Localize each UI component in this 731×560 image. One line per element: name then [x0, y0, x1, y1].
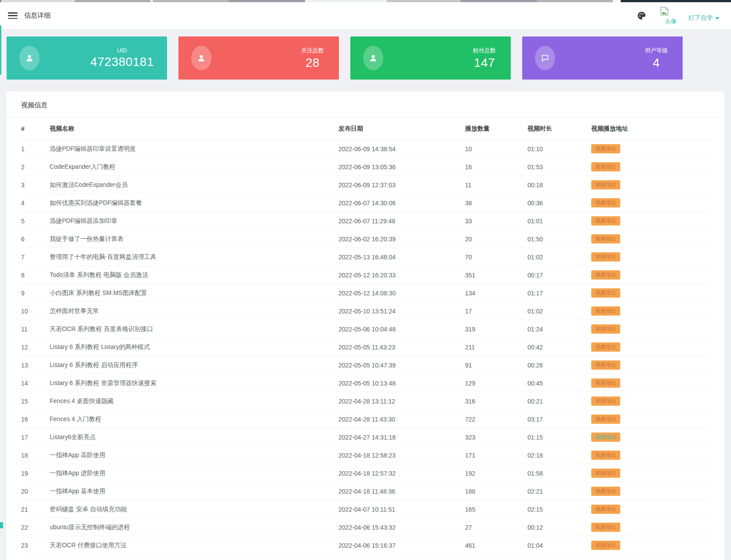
video-url-button[interactable]: 视频地址 — [591, 198, 620, 207]
table-row: 4 如何优惠买到迅捷PDF编辑器套餐 2022-06-07 14:30:06 3… — [21, 194, 710, 212]
publish-date: 2022-06-07 14:30:06 — [338, 194, 465, 212]
play-count: 27 — [465, 518, 527, 536]
video-url-cell: 视频地址 — [591, 428, 710, 446]
play-count: 188 — [465, 482, 527, 500]
video-url-cell: 视频地址 — [591, 230, 710, 248]
video-url-button[interactable]: 视频地址 — [591, 252, 620, 262]
video-duration: 00:36 — [527, 194, 591, 212]
row-index: 11 — [21, 320, 50, 338]
publish-date: 2022-05-06 10:04:48 — [338, 320, 465, 338]
video-name: 天若OCR 系列教程 百度表格识别接口 — [50, 320, 338, 338]
video-url-button[interactable]: 视频地址 — [591, 487, 620, 496]
video-name: ubuntu显示无控制终端的进程 — [50, 518, 338, 536]
video-name: Listary 6 系列教程 启动应用程序 — [50, 356, 338, 374]
video-url-button[interactable]: 视频地址 — [591, 541, 620, 550]
publish-date: 2022-06-09 12:37:03 — [338, 176, 465, 194]
play-count: 211 — [465, 338, 527, 356]
publish-date: 2022-04-28 11:43:30 — [338, 410, 465, 428]
stat-card-value: 4 — [643, 56, 669, 70]
video-url-button[interactable]: 视频地址 — [591, 342, 620, 352]
video-url-cell: 视频地址 — [591, 374, 710, 392]
video-duration: 00:12 — [527, 518, 591, 536]
video-duration: 02:21 — [527, 482, 591, 500]
video-name: 一指禅App 进阶使用 — [50, 464, 338, 482]
table-row: 20 一指禅App 基本使用 2022-04-18 11:48:36 188 0… — [21, 482, 710, 500]
video-url-button[interactable]: 视频地址 — [591, 288, 620, 298]
play-count: 16 — [465, 158, 527, 176]
table-row: 18 一指禅App 高阶使用 2022-04-18 12:58:23 171 0… — [21, 446, 710, 464]
table-row: 21 密码键盘 安卓 自动填充功能 2022-04-07 10:11:51 16… — [21, 500, 710, 518]
table-row: 7 整理用了十年的电脑-百度网盘清理工具 2022-05-13 16:48:04… — [21, 248, 710, 266]
column-header: 发布日期 — [338, 117, 465, 140]
play-count: 70 — [465, 248, 527, 266]
video-url-button[interactable]: 视频地址 — [591, 216, 620, 225]
video-duration: 00:18 — [527, 176, 591, 194]
menu-toggle-icon[interactable] — [8, 12, 18, 19]
user-menu[interactable]: 灯下自学 — [688, 14, 720, 22]
theme-palette-icon[interactable] — [637, 11, 646, 20]
play-count: 722 — [465, 410, 527, 428]
publish-date: 2022-05-10 13:51:24 — [338, 302, 465, 320]
publish-date: 2022-05-05 10:13:48 — [338, 374, 465, 392]
video-url-cell: 视频地址 — [591, 500, 710, 518]
video-info-panel: 视频信息 #视频名称发布日期播放数量视频时长视频播放地址 1 迅捷PDF编辑器印… — [7, 91, 724, 560]
username: 灯下自学 — [688, 14, 713, 22]
publish-date: 2022-04-27 14:31:18 — [338, 428, 465, 446]
panel-title: 视频信息 — [21, 91, 710, 117]
table-row: 22 ubuntu显示无控制终端的进程 2022-04-06 15:43:32 … — [21, 518, 710, 536]
video-url-button[interactable]: 视频地址 — [591, 469, 620, 478]
video-url-button[interactable]: 视频地址 — [591, 234, 620, 244]
video-url-button[interactable]: 视频地址 — [591, 433, 620, 442]
video-url-button[interactable]: 视频地址 — [591, 144, 620, 153]
publish-date: 2022-04-18 12:58:23 — [338, 446, 465, 464]
avatar-alt-text: 头像 — [665, 18, 676, 25]
person-icon — [25, 54, 34, 62]
table-row: 3 如何激活CodeExpander会员 2022-06-09 12:37:03… — [21, 176, 710, 194]
play-count: 351 — [465, 266, 527, 284]
video-name: Listary 6 系列教程 资源管理器快速搜索 — [50, 374, 338, 392]
video-url-cell: 视频地址 — [591, 266, 710, 284]
video-name: 天若OCR 付费接口使用方法 — [50, 536, 338, 554]
stat-cards: UID 472380181 关注总数 28 粉丝总数 147 — [0, 29, 731, 80]
video-duration: 01:04 — [527, 536, 591, 554]
video-url-button[interactable]: 视频地址 — [591, 505, 620, 514]
video-url-button[interactable]: 视频地址 — [591, 306, 620, 316]
video-url-button[interactable]: 视频地址 — [591, 378, 620, 388]
video-url-button[interactable]: 视频地址 — [591, 523, 620, 532]
row-index: 18 — [21, 446, 50, 464]
avatar[interactable]: 头像 — [659, 6, 682, 25]
publish-date: 2022-06-09 14:38:54 — [338, 140, 465, 158]
video-url-button[interactable]: 视频地址 — [591, 324, 620, 334]
main-content: UID 472380181 关注总数 28 粉丝总数 147 — [0, 29, 731, 560]
video-url-button[interactable]: 视频地址 — [591, 415, 620, 424]
play-count: 20 — [465, 230, 527, 248]
video-url-button[interactable]: 视频地址 — [591, 451, 620, 460]
play-count: 33 — [465, 212, 527, 230]
topbar-right: 头像 灯下自学 — [637, 6, 720, 25]
table-row: 13 Listary 6 系列教程 启动应用程序 2022-05-05 10:4… — [21, 356, 710, 374]
stat-card-label: 用户等级 — [643, 47, 669, 55]
table-header-row: #视频名称发布日期播放数量视频时长视频播放地址 — [21, 117, 710, 140]
video-url-button[interactable]: 视频地址 — [591, 360, 620, 370]
video-duration: 01:02 — [527, 248, 591, 266]
publish-date: 2022-06-09 13:05:36 — [338, 158, 465, 176]
video-url-cell: 视频地址 — [591, 482, 710, 500]
row-index: 1 — [21, 140, 50, 158]
table-row: 17 Listary6全新亮点 2022-04-27 14:31:18 323 … — [21, 428, 710, 446]
play-count: 192 — [465, 464, 527, 482]
publish-date: 2022-05-05 11:43:23 — [338, 338, 465, 356]
video-name: 我徒手做了一份热量计算表 — [50, 230, 338, 248]
bottom-scroll-sliver — [0, 522, 3, 528]
video-url-cell: 视频地址 — [591, 320, 710, 338]
video-url-button[interactable]: 视频地址 — [591, 180, 620, 189]
row-index: 21 — [21, 500, 50, 518]
table-row: 19 一指禅App 进阶使用 2022-04-18 12:57:32 192 0… — [21, 464, 710, 482]
video-url-cell: 视频地址 — [591, 248, 710, 266]
page-title: 信息详细 — [24, 11, 51, 20]
video-url-button[interactable]: 视频地址 — [591, 162, 620, 171]
video-duration: 02:15 — [527, 500, 591, 518]
video-url-button[interactable]: 视频地址 — [591, 270, 620, 280]
video-url-button[interactable]: 视频地址 — [591, 396, 620, 406]
publish-date: 2022-04-18 11:48:36 — [338, 482, 465, 500]
video-name: 一指禅App 高阶使用 — [50, 446, 338, 464]
